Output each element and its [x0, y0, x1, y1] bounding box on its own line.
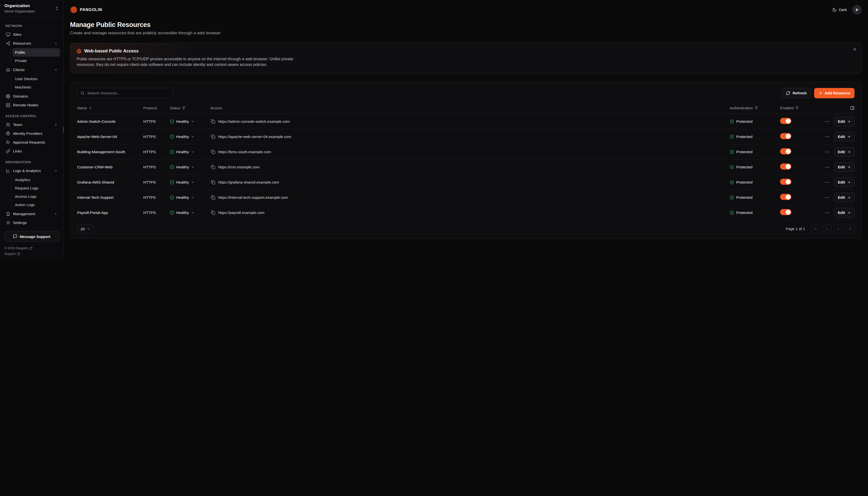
sidebar-item-sites[interactable]: Sites — [3, 30, 60, 39]
row-menu-button[interactable]: ⋯ — [823, 179, 831, 186]
row-menu-button[interactable]: ⋯ — [823, 118, 831, 125]
enabled-toggle[interactable] — [780, 194, 791, 200]
sidebar-item-private[interactable]: Private — [13, 57, 60, 65]
org-subtitle: Demo Organization — [4, 9, 35, 13]
resource-url[interactable]: https://apache-web-server-04.example.com — [218, 135, 291, 139]
copy-url-button[interactable] — [210, 210, 216, 215]
sidebar-item-remote-nodes[interactable]: Remote Nodes — [3, 101, 60, 110]
copy-url-button[interactable] — [210, 119, 216, 124]
copyright-link[interactable]: © 2026 Pangolin — [4, 246, 59, 250]
last-page-button[interactable] — [846, 224, 854, 234]
sidebar-item-resources[interactable]: Resources — [3, 39, 60, 48]
arrow-right-icon — [847, 181, 851, 184]
refresh-button[interactable]: Refresh — [782, 88, 811, 98]
first-page-button[interactable] — [811, 224, 820, 234]
add-resource-button[interactable]: Add Resource — [814, 88, 854, 98]
sidebar-item-management[interactable]: Management — [3, 210, 60, 218]
sidebar-item-action-logs[interactable]: Action Logs — [13, 201, 60, 209]
resource-url[interactable]: https://grafana-shared.example.com — [218, 180, 279, 185]
edit-button[interactable]: Edit — [834, 147, 854, 157]
sidebar-resize-handle[interactable] — [63, 127, 64, 133]
resources-card: Refresh Add Resource Name — [70, 82, 862, 239]
shield-check-icon — [729, 180, 734, 185]
enabled-toggle[interactable] — [780, 148, 791, 154]
sort-icon[interactable] — [89, 106, 92, 110]
shield-check-icon — [729, 150, 734, 154]
enabled-toggle[interactable] — [780, 179, 791, 185]
message-support-button[interactable]: Message Support — [4, 231, 60, 242]
column-picker-button[interactable] — [850, 106, 854, 110]
resource-url[interactable]: https://internal-tech-support.example.co… — [218, 195, 288, 200]
sidebar-item-identity-providers[interactable]: Identity Providers — [3, 129, 60, 138]
sidebar-item-logs-analytics[interactable]: Logs & Analytics — [3, 166, 60, 175]
resource-url[interactable]: https://bms-south.example.com — [218, 150, 271, 154]
resource-protocol: HTTPS — [143, 150, 168, 154]
search-input[interactable] — [77, 88, 173, 98]
next-page-button[interactable] — [834, 224, 843, 234]
support-link[interactable]: Support — [4, 252, 59, 255]
sidebar-item-access-logs[interactable]: Access Logs — [13, 192, 60, 201]
resource-url[interactable]: https://crm.example.com — [218, 165, 260, 169]
sidebar-item-team[interactable]: Team — [3, 120, 60, 129]
sidebar-item-links[interactable]: Links — [3, 147, 60, 156]
filter-icon[interactable] — [795, 106, 799, 110]
status-dropdown[interactable]: Healthy — [170, 150, 194, 154]
copy-url-button[interactable] — [210, 180, 216, 185]
table-row: Grafana-AWS-Shared HTTPS Healthy https:/… — [77, 175, 854, 190]
sidebar-item-user-devices[interactable]: User Devices — [13, 75, 60, 83]
authentication-cell: Protected — [729, 119, 778, 124]
avatar[interactable]: P — [852, 5, 862, 14]
sidebar-item-request-logs[interactable]: Request Logs — [13, 184, 60, 192]
copy-url-button[interactable] — [210, 149, 216, 155]
edit-button[interactable]: Edit — [834, 117, 854, 126]
copy-icon — [211, 119, 215, 124]
resource-url[interactable]: https://admin-console-switch.example.com — [218, 119, 290, 124]
copy-url-button[interactable] — [210, 165, 216, 170]
sidebar-item-machines[interactable]: Machines — [13, 83, 60, 91]
sidebar-item-label: Clients — [13, 68, 25, 72]
status-dropdown[interactable]: Healthy — [170, 165, 194, 169]
edit-button[interactable]: Edit — [834, 177, 854, 187]
banner-close-button[interactable] — [853, 47, 857, 52]
status-dropdown[interactable]: Healthy — [170, 180, 194, 185]
status-dropdown[interactable]: Healthy — [170, 211, 194, 215]
gear-icon — [6, 220, 10, 225]
section-label-network: NETWORK — [5, 24, 58, 28]
page-size-select[interactable]: 20 — [77, 224, 94, 234]
row-menu-button[interactable]: ⋯ — [823, 164, 831, 170]
row-menu-button[interactable]: ⋯ — [823, 149, 831, 155]
link-icon — [6, 149, 10, 153]
copy-url-button[interactable] — [210, 134, 216, 139]
sidebar-item-domains[interactable]: Domains — [3, 92, 60, 101]
edit-button[interactable]: Edit — [834, 162, 854, 172]
row-menu-button[interactable]: ⋯ — [823, 194, 831, 201]
status-dropdown[interactable]: Healthy — [170, 195, 194, 200]
theme-toggle-button[interactable]: Dark — [832, 7, 847, 12]
edit-button[interactable]: Edit — [834, 208, 854, 218]
sidebar-item-clients[interactable]: Clients — [3, 65, 60, 74]
section-label-access-control: ACCESS CONTROL — [5, 114, 58, 118]
enabled-toggle[interactable] — [780, 209, 791, 215]
status-dropdown[interactable]: Healthy — [170, 119, 194, 124]
sidebar-item-approval-requests[interactable]: Approval Requests — [3, 138, 60, 147]
row-menu-button[interactable]: ⋯ — [823, 209, 831, 216]
main: PANGOLIN Dark P Manage Public Resources … — [64, 0, 868, 260]
sidebar-item-analytics[interactable]: Analytics — [13, 176, 60, 184]
sidebar-item-public[interactable]: Public — [13, 48, 60, 57]
filter-icon[interactable] — [755, 106, 758, 110]
enabled-toggle[interactable] — [780, 118, 791, 124]
org-switcher[interactable]: Organization Demo Organization — [0, 0, 63, 17]
edit-button[interactable]: Edit — [834, 132, 854, 142]
copy-url-button[interactable] — [210, 195, 216, 200]
enabled-toggle[interactable] — [780, 164, 791, 170]
filter-icon[interactable] — [182, 106, 186, 110]
authentication-cell: Protected — [729, 180, 778, 185]
resource-url[interactable]: https://payroll.example.com — [218, 211, 264, 215]
status-dropdown[interactable]: Healthy — [170, 135, 194, 139]
column-header-name[interactable]: Name — [77, 106, 141, 110]
sidebar-item-settings[interactable]: Settings — [3, 218, 60, 227]
prev-page-button[interactable] — [822, 224, 832, 234]
enabled-toggle[interactable] — [780, 133, 791, 139]
edit-button[interactable]: Edit — [834, 192, 854, 202]
row-menu-button[interactable]: ⋯ — [823, 133, 831, 140]
